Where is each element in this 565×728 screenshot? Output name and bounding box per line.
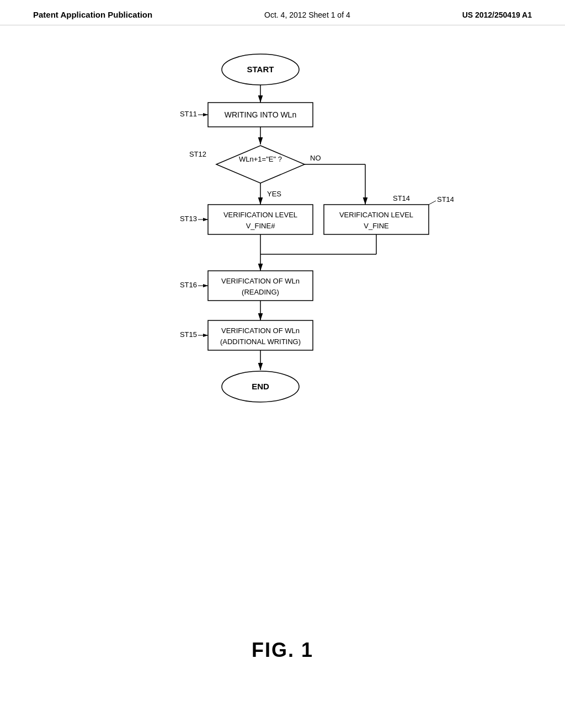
st16-line1-text: VERIFICATION OF WLn: [221, 277, 300, 285]
st12-label: ST12: [189, 150, 206, 158]
st14-label-2: ST14: [437, 195, 454, 204]
figure-caption: FIG. 1: [0, 639, 565, 662]
st12-text: WLn+1="E" ?: [239, 155, 282, 163]
st14-label: ST14: [393, 194, 410, 202]
st13-line1-text: VERIFICATION LEVEL: [223, 211, 297, 219]
svg-marker-5: [216, 146, 305, 183]
st14-line1-text: VERIFICATION LEVEL: [339, 211, 413, 219]
st11-text: WRITING INTO WLn: [225, 110, 296, 119]
st15-line1-text: VERIFICATION OF WLn: [221, 326, 300, 335]
fig-caption-text: FIG. 1: [252, 639, 313, 661]
st16-line2-text: (READING): [242, 288, 279, 296]
yes-label: YES: [267, 190, 281, 198]
st15-label: ST15: [180, 330, 197, 339]
st16-label: ST16: [180, 281, 197, 289]
svg-line-13: [429, 201, 436, 205]
patent-number-label: US 2012/250419 A1: [462, 10, 532, 19]
start-text: START: [247, 65, 274, 74]
st11-label: ST11: [180, 110, 197, 118]
st13-label: ST13: [180, 215, 197, 223]
st13-line2-text: V_FINE#: [246, 222, 276, 230]
publication-label: Patent Application Publication: [33, 10, 152, 19]
diagram-area: START WRITING INTO WLn ST11 WLn+1="E" ? …: [0, 36, 565, 533]
end-text: END: [252, 382, 269, 391]
st14-line2-text: V_FINE: [364, 222, 389, 230]
date-sheet-label: Oct. 4, 2012 Sheet 1 of 4: [264, 10, 350, 19]
page-header: Patent Application Publication Oct. 4, 2…: [0, 0, 565, 25]
no-label: NO: [310, 154, 321, 162]
flowchart-svg: START WRITING INTO WLn ST11 WLn+1="E" ? …: [111, 47, 454, 500]
st15-line2-text: (ADDITIONAL WRITING): [220, 338, 301, 346]
